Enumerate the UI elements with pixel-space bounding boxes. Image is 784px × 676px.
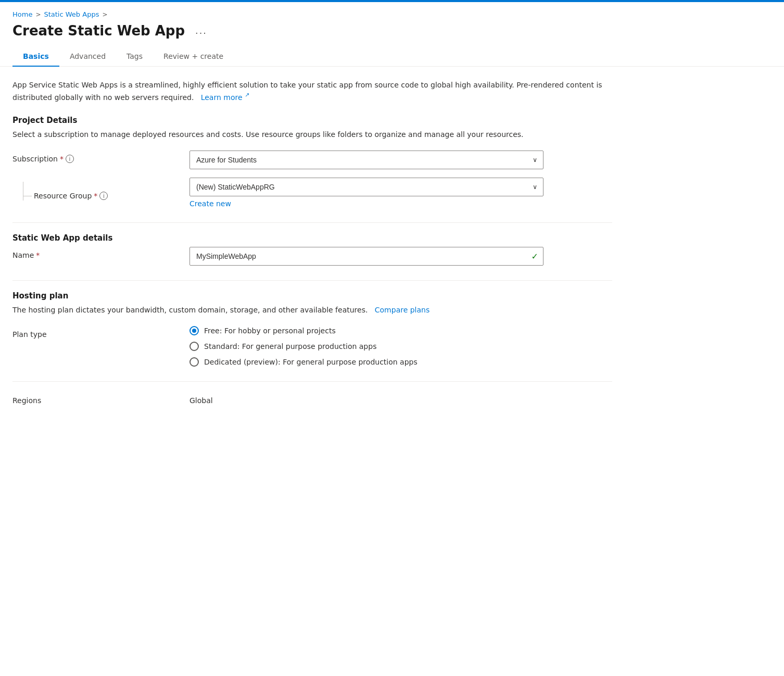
radio-standard-label: Standard: For general purpose production… bbox=[204, 342, 376, 350]
hosting-plan-section: Hosting plan The hosting plan dictates y… bbox=[12, 291, 612, 367]
resource-group-row: Resource Group * i (New) StaticWebAppRG … bbox=[12, 178, 612, 208]
regions-row: Regions Global bbox=[12, 392, 612, 405]
tab-bar: Basics Advanced Tags Review + create bbox=[0, 47, 784, 67]
subscription-label: Subscription * i bbox=[12, 151, 189, 163]
plan-type-radio-group: Free: For hobby or personal projects Sta… bbox=[189, 326, 543, 367]
tab-review-create[interactable]: Review + create bbox=[153, 47, 234, 67]
name-input-wrapper: ✓ bbox=[189, 247, 543, 266]
divider-1 bbox=[12, 222, 612, 223]
subscription-info-icon[interactable]: i bbox=[66, 155, 74, 163]
external-link-icon: ↗ bbox=[245, 92, 249, 98]
page-title: Create Static Web App bbox=[12, 23, 185, 39]
name-row: Name * ✓ bbox=[12, 247, 612, 266]
breadcrumb-sep-1: > bbox=[35, 11, 41, 18]
regions-value: Global bbox=[189, 392, 543, 405]
tab-advanced[interactable]: Advanced bbox=[59, 47, 116, 67]
regions-label: Regions bbox=[12, 392, 189, 405]
radio-dedicated-input[interactable] bbox=[189, 357, 199, 367]
radio-standard-input[interactable] bbox=[189, 342, 199, 351]
learn-more-link[interactable]: Learn more ↗ bbox=[201, 93, 250, 102]
main-content: App Service Static Web Apps is a streaml… bbox=[0, 67, 625, 434]
resource-group-label: Resource Group * i bbox=[32, 192, 108, 200]
subscription-select-wrapper: Azure for Students bbox=[189, 151, 543, 169]
subscription-select[interactable]: Azure for Students bbox=[189, 151, 543, 169]
project-details-desc: Select a subscription to manage deployed… bbox=[12, 129, 612, 140]
plan-type-control: Free: For hobby or personal projects Sta… bbox=[189, 326, 543, 367]
divider-2 bbox=[12, 280, 612, 281]
breadcrumb-home[interactable]: Home bbox=[12, 10, 32, 18]
name-required: * bbox=[36, 251, 40, 259]
tab-basics[interactable]: Basics bbox=[12, 47, 59, 67]
resource-group-label-area: Resource Group * i bbox=[12, 178, 189, 201]
radio-dedicated[interactable]: Dedicated (preview): For general purpose… bbox=[189, 357, 543, 367]
name-input[interactable] bbox=[189, 247, 543, 266]
breadcrumb-sep-2: > bbox=[102, 11, 107, 18]
page-header: Create Static Web App ... bbox=[0, 18, 784, 47]
resource-group-control: (New) StaticWebAppRG Create new bbox=[189, 178, 543, 208]
hosting-plan-desc: The hosting plan dictates your bandwidth… bbox=[12, 305, 612, 316]
radio-free[interactable]: Free: For hobby or personal projects bbox=[189, 326, 543, 335]
breadcrumb-static-web-apps[interactable]: Static Web Apps bbox=[44, 10, 99, 18]
plan-type-label: Plan type bbox=[12, 326, 189, 339]
page-description: App Service Static Web Apps is a streaml… bbox=[12, 79, 612, 103]
compare-plans-link[interactable]: Compare plans bbox=[375, 306, 429, 314]
radio-free-input[interactable] bbox=[189, 326, 199, 335]
resource-group-info-icon[interactable]: i bbox=[99, 192, 108, 200]
resource-group-select[interactable]: (New) StaticWebAppRG bbox=[189, 178, 543, 196]
description-text: App Service Static Web Apps is a streaml… bbox=[12, 81, 602, 102]
more-button[interactable]: ... bbox=[191, 22, 211, 39]
create-new-link[interactable]: Create new bbox=[189, 199, 231, 208]
project-details-section: Project Details Select a subscription to… bbox=[12, 116, 612, 208]
radio-dedicated-label: Dedicated (preview): For general purpose… bbox=[204, 358, 418, 366]
subscription-row: Subscription * i Azure for Students bbox=[12, 151, 612, 169]
radio-free-label: Free: For hobby or personal projects bbox=[204, 327, 336, 335]
tab-tags[interactable]: Tags bbox=[116, 47, 153, 67]
name-control: ✓ bbox=[189, 247, 543, 266]
app-details-title: Static Web App details bbox=[12, 233, 612, 243]
name-label: Name * bbox=[12, 247, 189, 259]
divider-3 bbox=[12, 381, 612, 382]
project-details-title: Project Details bbox=[12, 116, 612, 125]
radio-standard[interactable]: Standard: For general purpose production… bbox=[189, 342, 543, 351]
subscription-required: * bbox=[60, 155, 64, 163]
plan-type-row: Plan type Free: For hobby or personal pr… bbox=[12, 326, 612, 367]
breadcrumb: Home > Static Web Apps > bbox=[0, 2, 784, 18]
resource-group-select-wrapper: (New) StaticWebAppRG bbox=[189, 178, 543, 196]
resource-group-required: * bbox=[94, 192, 97, 200]
subscription-control: Azure for Students bbox=[189, 151, 543, 169]
name-valid-icon: ✓ bbox=[532, 252, 538, 261]
hosting-plan-title: Hosting plan bbox=[12, 291, 612, 301]
app-details-section: Static Web App details Name * ✓ bbox=[12, 233, 612, 266]
